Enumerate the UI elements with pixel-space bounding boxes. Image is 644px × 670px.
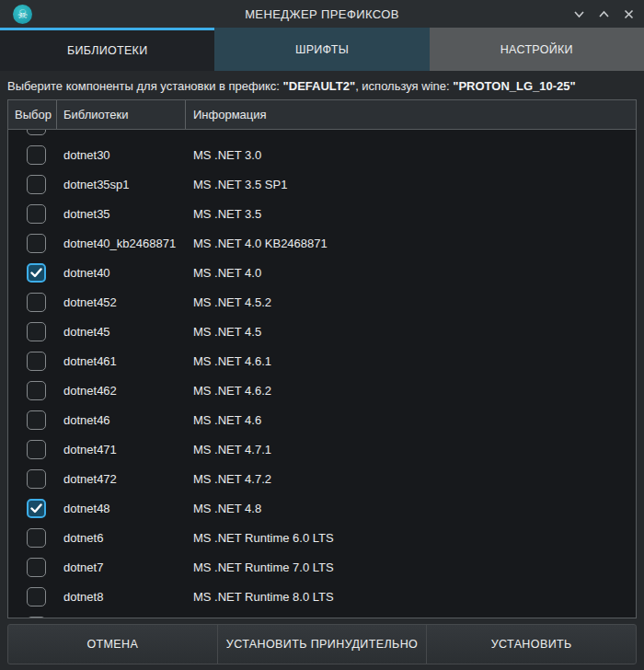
row-checkbox[interactable]	[27, 293, 46, 312]
column-header-info: Информация	[186, 100, 636, 129]
install-force-button[interactable]: УСТАНОВИТЬ ПРИНУДИТЕЛЬНО	[217, 625, 427, 664]
library-info: MS .NET 4.7.2	[186, 472, 636, 486]
library-name: dotnet471	[57, 443, 186, 456]
table-row[interactable]: dotnet8 MS .NET Runtime 8.0 LTS	[8, 582, 636, 611]
table-row-partial-top[interactable]	[8, 130, 636, 140]
library-name: dotnet462	[57, 384, 186, 398]
row-checkbox[interactable]	[27, 617, 46, 618]
library-info: MS .NET 4.6	[186, 413, 636, 427]
row-checkbox[interactable]	[27, 322, 46, 341]
table-row[interactable]: dotnet452 MS .NET 4.5.2	[8, 287, 636, 317]
table-row[interactable]: dotnet30 MS .NET 3.0	[8, 140, 636, 169]
table-row[interactable]: dotnet35sp1 MS .NET 3.5 SP1	[8, 169, 636, 199]
row-checkbox[interactable]	[27, 263, 46, 283]
table-row[interactable]: dotnet48 MS .NET 4.8	[8, 493, 636, 523]
library-info: MS .NET 4.0 KB2468871	[186, 237, 636, 250]
wine-name: "PROTON_LG_10-25"	[453, 79, 575, 93]
table-rows-host: dotnet30 MS .NET 3.0 dotnet35sp1 MS .NET…	[8, 140, 636, 611]
instruction-before: Выберите компоненты для установки в преф…	[7, 79, 283, 93]
row-checkbox[interactable]	[27, 558, 46, 577]
table-body[interactable]: dotnet30 MS .NET 3.0 dotnet35sp1 MS .NET…	[8, 130, 636, 618]
row-checkbox[interactable]	[27, 587, 46, 606]
table-row[interactable]: dotnet46 MS .NET 4.6	[8, 405, 636, 434]
close-icon[interactable]	[623, 8, 635, 20]
row-checkbox[interactable]	[27, 469, 46, 489]
row-checkbox[interactable]	[27, 440, 46, 459]
library-name: dotnet452	[57, 295, 186, 309]
library-info: MS .NET 3.5 SP1	[186, 178, 636, 191]
library-name: dotnet461	[57, 354, 186, 368]
table-header: Выбор Библиотеки Информация	[8, 100, 636, 130]
library-name: dotnet45	[57, 325, 186, 339]
footer-button-bar: ОТМЕНА УСТАНОВИТЬ ПРИНУДИТЕЛЬНО УСТАНОВИ…	[7, 624, 637, 664]
library-info: MS .NET 4.6.2	[186, 384, 636, 398]
library-name: dotnet46	[57, 413, 186, 427]
table-row[interactable]: dotnet6 MS .NET Runtime 6.0 LTS	[8, 523, 636, 552]
library-name: dotnet35sp1	[57, 178, 186, 191]
library-name: dotnet40_kb2468871	[57, 237, 186, 250]
components-table: Выбор Библиотеки Информация dotnet30 MS …	[7, 99, 637, 618]
library-name: dotnet7	[57, 560, 186, 574]
prefix-name: "DEFAULT2"	[283, 79, 356, 93]
library-name: dotnet35	[57, 207, 186, 221]
library-name: dotnet8	[57, 590, 186, 604]
table-row[interactable]: dotnet461 MS .NET 4.6.1	[8, 346, 636, 375]
install-button[interactable]: УСТАНОВИТЬ	[426, 625, 636, 664]
table-row[interactable]: dotnet462 MS .NET 4.6.2	[8, 375, 636, 405]
table-row[interactable]: dotnet35 MS .NET 3.5	[8, 199, 636, 228]
table-row[interactable]: dotnet471 MS .NET 4.7.1	[8, 434, 636, 464]
row-checkbox[interactable]	[27, 204, 46, 224]
row-checkbox[interactable]	[27, 130, 46, 135]
table-row[interactable]: dotnet40 MS .NET 4.0	[8, 258, 636, 287]
library-info: MS .NET 4.5	[186, 325, 636, 339]
row-checkbox[interactable]	[27, 528, 46, 548]
row-checkbox[interactable]	[27, 145, 46, 165]
window-title: МЕНЕДЖЕР ПРЕФИКСОВ	[0, 7, 644, 21]
row-checkbox[interactable]	[27, 175, 46, 194]
row-checkbox[interactable]	[27, 234, 46, 253]
instruction-text: Выберите компоненты для установки в преф…	[0, 71, 644, 99]
library-name: dotnet30	[57, 148, 186, 162]
row-checkbox[interactable]	[27, 410, 46, 430]
library-name: dotnet6	[57, 531, 186, 545]
library-name: dotnet472	[57, 472, 186, 486]
tab-bar: БИБЛИОТЕКИ ШРИФТЫ НАСТРОЙКИ	[0, 28, 644, 71]
tab-fonts[interactable]: ШРИФТЫ	[214, 28, 429, 71]
column-header-select: Выбор	[8, 100, 57, 129]
row-checkbox[interactable]	[27, 381, 46, 400]
column-header-libraries: Библиотеки	[57, 100, 186, 129]
library-info: MS .NET Runtime 8.0 LTS	[186, 590, 636, 604]
library-name: dotnet48	[57, 502, 186, 515]
minimize-icon[interactable]	[573, 8, 585, 20]
tab-settings[interactable]: НАСТРОЙКИ	[430, 28, 644, 71]
table-row[interactable]: dotnet45 MS .NET 4.5	[8, 317, 636, 346]
library-info: MS .NET Runtime 6.0 LTS	[186, 531, 636, 545]
library-info: MS .NET Runtime 7.0 LTS	[186, 560, 636, 574]
table-row[interactable]: dotnet40_kb2468871 MS .NET 4.0 KB2468871	[8, 228, 636, 258]
row-checkbox[interactable]	[27, 499, 46, 518]
table-row[interactable]: dotnet472 MS .NET 4.7.2	[8, 464, 636, 493]
table-row[interactable]: dotnet7 MS .NET Runtime 7.0 LTS	[8, 552, 636, 582]
library-info: MS .NET 4.7.1	[186, 443, 636, 456]
cancel-button[interactable]: ОТМЕНА	[8, 625, 217, 664]
library-info: MS .NET 4.5.2	[186, 295, 636, 309]
tab-libraries[interactable]: БИБЛИОТЕКИ	[0, 28, 214, 71]
library-info: MS .NET 4.6.1	[186, 354, 636, 368]
instruction-middle: , используя wine:	[355, 79, 453, 93]
library-info: MS .NET 3.0	[186, 148, 636, 162]
maximize-icon[interactable]	[598, 8, 610, 20]
titlebar[interactable]: ☠ МЕНЕДЖЕР ПРЕФИКСОВ	[0, 0, 644, 28]
library-name: dotnet40	[57, 266, 186, 280]
library-info: MS .NET 3.5	[186, 207, 636, 221]
row-checkbox[interactable]	[27, 352, 46, 371]
library-info: MS .NET 4.0	[186, 266, 636, 280]
table-row-partial-bottom[interactable]	[8, 611, 636, 618]
library-info: MS .NET 4.8	[186, 502, 636, 515]
